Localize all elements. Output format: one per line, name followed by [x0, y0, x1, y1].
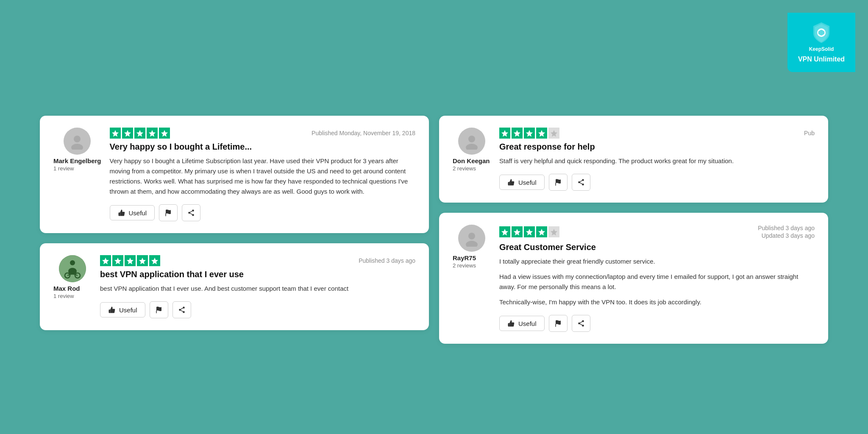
svg-line-12 [190, 213, 192, 214]
svg-marker-37 [538, 130, 545, 137]
review-actions-4: Useful [499, 315, 815, 332]
review-card-rayr75: RayR75 2 reviews [439, 213, 828, 344]
star-rating-4 [499, 226, 559, 237]
review-para-4-3: Technically-wise, I'm happy with the VPN… [499, 297, 815, 307]
review-content-3: Pub Great response for help Staff is ver… [499, 128, 815, 191]
published-date-1: Published Monday, November 19, 2018 [312, 130, 415, 136]
flag-button-3[interactable] [549, 174, 568, 191]
flag-button-2[interactable] [150, 301, 168, 318]
svg-marker-6 [148, 130, 155, 137]
avatar-rayr75 [458, 225, 485, 252]
reviewer-count: 1 review [53, 165, 101, 172]
svg-point-32 [468, 136, 475, 142]
brand-badge: KeepSolid VPN Unlimited [787, 13, 855, 72]
thumbs-up-icon [118, 209, 125, 217]
review-actions-2: Useful [100, 301, 415, 318]
review-content-2: Published 3 days ago best VPN applicatio… [100, 255, 415, 318]
review-text-3: Staff is very helpful and quick respondi… [499, 156, 815, 166]
svg-point-40 [582, 179, 584, 181]
review-content-1: Published Monday, November 19, 2018 Very… [110, 128, 415, 221]
review-card-max-rod: Max Rod 1 review [40, 243, 429, 330]
svg-marker-38 [551, 130, 557, 137]
reviewer-name: Mark Engelberg [53, 157, 101, 164]
thumbs-up-icon-4 [507, 320, 515, 327]
svg-point-33 [466, 144, 478, 150]
svg-point-46 [466, 241, 478, 247]
reviewer-name-3: Don Keegan [453, 157, 491, 164]
svg-line-44 [580, 181, 582, 182]
svg-marker-21 [102, 258, 109, 264]
svg-line-13 [190, 211, 192, 212]
svg-point-54 [578, 323, 580, 325]
svg-point-28 [179, 309, 181, 311]
share-button-4[interactable] [572, 315, 590, 332]
review-para-4-2: Had a view issues with my connection/lap… [499, 272, 815, 292]
left-column: Mark Engelberg 1 review [40, 116, 429, 344]
svg-marker-23 [127, 258, 134, 264]
share-button-1[interactable] [182, 204, 200, 221]
share-icon [187, 209, 195, 217]
thumbs-up-icon-3 [507, 178, 515, 186]
svg-marker-3 [111, 130, 118, 137]
svg-marker-51 [551, 229, 557, 236]
svg-marker-24 [139, 258, 146, 264]
review-text-1: Very happy so I bought a Lifetime Subscr… [110, 156, 415, 197]
review-para-4-1: I totally appreciate their great friendl… [499, 256, 815, 267]
flag-button-1[interactable] [159, 204, 178, 221]
flag-button-4[interactable] [549, 315, 568, 332]
share-button-3[interactable] [572, 174, 590, 191]
useful-button-1[interactable]: Useful [110, 205, 155, 220]
star-rating-3 [499, 128, 559, 139]
svg-point-53 [582, 320, 584, 323]
review-text-4: I totally appreciate their great friendl… [499, 256, 815, 307]
useful-button-4[interactable]: Useful [499, 316, 545, 331]
page-container: KeepSolid VPN Unlimited Ma [13, 13, 855, 434]
published-date-4: Published 3 days ago [758, 225, 815, 231]
svg-marker-7 [161, 130, 167, 137]
svg-point-11 [192, 214, 194, 216]
review-text-2: best VPN application that I ever use. An… [100, 284, 415, 294]
reviewer-count-2: 1 review [53, 293, 92, 299]
review-actions-3: Useful [499, 174, 815, 191]
reviewer-count-4: 2 reviews [453, 262, 491, 269]
svg-marker-47 [501, 229, 508, 236]
published-date-2: Published 3 days ago [359, 257, 415, 264]
svg-point-1 [74, 136, 81, 142]
star-rating-1 [110, 128, 170, 139]
reviewer-name-2: Max Rod [53, 285, 92, 292]
updated-date-4: Updated 3 days ago [762, 232, 815, 239]
flag-icon-2 [155, 306, 163, 314]
svg-line-31 [181, 308, 183, 309]
dates-block-4: Published 3 days ago Updated 3 days ago [758, 225, 815, 239]
svg-point-2 [71, 144, 83, 150]
right-column: Don Keegan 2 reviews [439, 116, 828, 344]
brand-logo-icon [810, 22, 832, 44]
svg-marker-4 [124, 130, 131, 137]
svg-line-57 [580, 322, 582, 323]
star-rating-2 [100, 255, 160, 266]
svg-point-15 [70, 260, 75, 265]
brand-name-label: KeepSolid [809, 46, 834, 53]
review-card-mark-engelberg: Mark Engelberg 1 review [40, 116, 429, 233]
flag-icon [164, 209, 172, 217]
useful-button-2[interactable]: Useful [100, 302, 145, 317]
published-date-3: Pub [804, 130, 815, 136]
share-button-2[interactable] [172, 301, 191, 318]
avatar-max-rod [59, 255, 86, 282]
svg-marker-50 [538, 229, 545, 236]
review-title-2: best VPN application that I ever use [100, 270, 415, 279]
thumbs-up-icon-2 [108, 306, 116, 314]
svg-marker-25 [151, 258, 158, 264]
reviewer-name-4: RayR75 [453, 254, 491, 262]
share-icon-3 [577, 178, 585, 186]
avatar-mark-engelberg [64, 128, 91, 155]
svg-point-27 [183, 307, 185, 309]
svg-line-56 [580, 324, 582, 325]
svg-point-45 [468, 233, 475, 239]
avatar-don-keegan [458, 128, 485, 155]
svg-marker-48 [514, 229, 520, 236]
share-icon-2 [178, 306, 186, 314]
svg-point-41 [578, 181, 580, 184]
svg-point-42 [582, 184, 584, 186]
useful-button-3[interactable]: Useful [499, 175, 545, 190]
